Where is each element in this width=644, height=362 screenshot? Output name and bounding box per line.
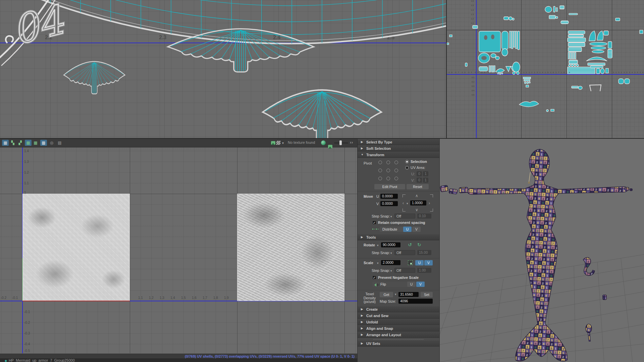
step-snap-dropdown-icon[interactable]: ▾ [390, 215, 392, 219]
section-arrange-and-layout[interactable]: ▶ Arrange and Layout [358, 332, 439, 338]
move-corner-button[interactable] [402, 208, 406, 212]
distribute-button[interactable]: Distribute [380, 227, 405, 232]
pivot-radio[interactable] [394, 161, 398, 164]
move-corner-button[interactable] [402, 194, 406, 197]
set-texel-button[interactable]: Set [421, 292, 433, 297]
move-up-button[interactable]: ∧ [415, 194, 418, 198]
u-ruler-label: -0.2 [1, 296, 6, 300]
section-soft-selection[interactable]: ▶ Soft Selection [358, 145, 439, 152]
uv-canvas[interactable]: 1.4 1.3 1.2 1.1 1 -0.1 -0.2 -0.3 -0.4 -0… [0, 147, 357, 353]
grid-button[interactable]: ▦ [25, 140, 32, 146]
section-select-by-type[interactable]: ▶ Select By Type [358, 139, 439, 145]
uv-viewport-overview[interactable]: 1.6 1.5 1.4 1.3 1.2 1.1 0.1 0.2 0.3 0.4 … [446, 0, 644, 138]
section-tools[interactable]: ▶ Tools [358, 234, 439, 240]
step-snap-dropdown-icon[interactable]: ▾ [390, 251, 392, 255]
move-corner-button[interactable] [430, 208, 433, 212]
rotate-snap-dropdown[interactable]: Off [394, 250, 415, 255]
u-colon-label: U: [411, 172, 415, 176]
uv-area-label: UV Area: [411, 166, 425, 170]
move-v-field[interactable]: 0.0000 [380, 201, 398, 206]
tile-labels-button[interactable]: ▞ [17, 140, 23, 146]
prevent-negative-checkbox[interactable]: ✓ [372, 276, 376, 280]
pixel-snap-button[interactable]: ▦ [32, 140, 39, 146]
pivot-radio[interactable] [386, 161, 390, 164]
checker-display-button[interactable]: ▩ [40, 140, 47, 146]
shade-uvs-button[interactable]: ◎ [48, 140, 55, 146]
move-amount-dropdown-icon[interactable]: ▾ [407, 201, 408, 205]
scale-snap-dropdown[interactable]: Off [394, 268, 415, 273]
move-right-button[interactable]: › [429, 201, 430, 205]
rotate-ccw-button[interactable]: ↺ [408, 242, 412, 247]
section-align-and-snap[interactable]: ▶ Align and Snap [358, 325, 439, 331]
scale-proportional-icon[interactable] [408, 260, 413, 265]
pivot-radio[interactable] [386, 177, 390, 180]
panel-expand-icon[interactable]: ›› [350, 140, 353, 145]
get-texel-button[interactable]: Get [380, 292, 393, 297]
selection-radio[interactable] [405, 160, 409, 164]
rotate-dropdown-icon[interactable]: ▾ [377, 243, 379, 247]
pivot-radio[interactable] [394, 177, 398, 180]
move-snap-size-field[interactable]: 0.10 [417, 214, 431, 219]
u-ruler-right: 3.1 3.2 3.3 3.4 3.5 3.6 [613, 71, 644, 73]
edit-pivot-button[interactable]: Edit Pivot [374, 184, 405, 189]
reset-pivot-button[interactable]: Reset [407, 184, 429, 189]
move-u-label: U [376, 194, 379, 198]
scale-snap-size-field[interactable]: 1.00 [417, 268, 431, 273]
section-create[interactable]: ▶ Create [358, 306, 439, 312]
scale-v-button[interactable]: V [424, 260, 433, 265]
distribute-u-button[interactable]: U [403, 227, 412, 232]
tile-view-button[interactable]: ▚ [9, 140, 16, 146]
move-amount-field[interactable]: 1.0000 [410, 200, 426, 205]
pivot-radio[interactable] [378, 177, 382, 180]
rotate-value-field[interactable]: 90.0000 [381, 242, 400, 247]
move-corner-button[interactable] [430, 194, 433, 197]
perspective-viewport[interactable]: 5 3 7 2 8 4 6 1 9 [439, 138, 644, 362]
pivot-radio[interactable] [386, 169, 390, 172]
rotate-cw-button[interactable]: ↻ [417, 242, 421, 247]
map-size-field[interactable]: 4096 [398, 299, 433, 304]
move-snap-dropdown[interactable]: Off [394, 214, 415, 219]
uv-area-v0-field[interactable]: 0 [417, 178, 422, 183]
uv-snapshot-button[interactable]: ▤ [56, 140, 63, 146]
flip-v-button[interactable]: V [416, 282, 425, 287]
texel-dropdown-icon[interactable]: ▾ [395, 292, 396, 296]
section-cut-and-sew[interactable]: ▶ Cut and Sew [358, 313, 439, 319]
pivot-radio[interactable] [378, 161, 382, 164]
pivot-radio[interactable] [378, 169, 382, 172]
v-ruler-label: 0.2 [472, 81, 474, 83]
gridline [164, 0, 165, 138]
pivot-radio[interactable] [394, 169, 398, 172]
section-uv-sets[interactable]: ▶ UV Sets [358, 341, 439, 347]
collapsed-arrow-icon: ▶ [361, 314, 364, 317]
step-snap-dropdown-icon[interactable]: ▾ [390, 269, 392, 273]
uv-area-v1-field[interactable]: 1 [423, 178, 428, 183]
distribute-v-button[interactable]: V [412, 227, 421, 232]
uv-viewport-zoomed[interactable]: 2.2 2.3 2.4 2.5 [0, 0, 446, 138]
rotate-snap-size-field[interactable]: 15.00 [417, 250, 431, 255]
section-unfold[interactable]: ▶ Unfold [358, 319, 439, 325]
u-tick-label: 2.3 [159, 35, 166, 41]
scale-value-field[interactable]: 2.0000 [381, 260, 400, 265]
scale-dropdown-icon[interactable]: ▾ [377, 261, 379, 265]
exposure-slider-handle[interactable] [339, 140, 342, 145]
checker-map-icon[interactable] [276, 141, 280, 145]
texture-dropdown-icon[interactable]: ▾ [282, 141, 284, 145]
move-u-field[interactable]: 0.0000 [380, 194, 398, 199]
retain-spacing-checkbox[interactable]: ✓ [372, 221, 376, 225]
move-left-button[interactable]: ‹ [402, 201, 404, 205]
flip-u-button[interactable]: U [407, 282, 416, 287]
uv-area-u0-field[interactable]: 0 [417, 171, 422, 176]
expanded-arrow-icon: ▼ [361, 153, 364, 156]
rgb-channels-icon[interactable] [321, 140, 326, 145]
section-transform[interactable]: ▼ Transform [358, 152, 439, 158]
display-image-button[interactable]: ▦ [2, 140, 9, 146]
uv-area-radio[interactable] [405, 166, 409, 170]
v-ruler-label: 1.6 [471, 0, 474, 2]
texel-value-field[interactable]: 31.6560 [398, 292, 419, 297]
texture-image-icon[interactable] [271, 141, 275, 145]
scale-u-button[interactable]: U [415, 260, 424, 265]
panel-resize-grip[interactable] [373, 339, 424, 340]
v-axis-line [447, 74, 644, 75]
move-down-button[interactable]: ∨ [415, 208, 418, 212]
uv-area-u1-field[interactable]: 1 [423, 171, 428, 176]
